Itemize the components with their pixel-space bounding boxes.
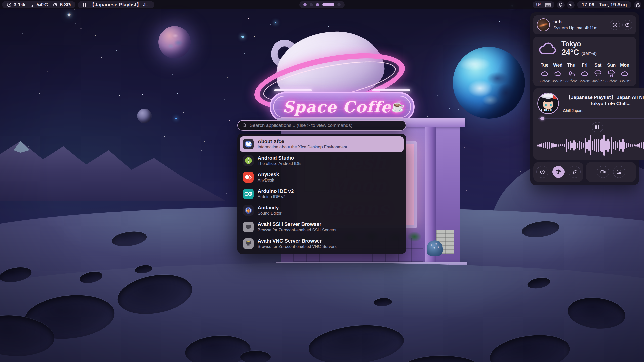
now-playing-pill[interactable]: 【Japanese Playlist】 J...: [78, 1, 154, 8]
app-row-avahi-ssh[interactable]: Avahi SSH Server Browser Browse for Zero…: [240, 219, 404, 235]
settings-button[interactable]: [610, 20, 620, 30]
temp-stat: 54°C: [30, 2, 48, 8]
app-description: Information about the Xfce Desktop Envir…: [258, 145, 347, 149]
capture-dock: [586, 162, 636, 182]
cpu-stat: 3.1%: [7, 2, 25, 8]
weather-timezone: (GMT+9): [581, 51, 596, 56]
memory-stat: 6.8G: [53, 2, 71, 8]
power-button[interactable]: [622, 20, 632, 30]
keyboard-layout-icon: Uᶜ: [536, 2, 541, 7]
balanced-mode-button[interactable]: [552, 166, 565, 178]
app-description: Browse for Zeroconf-enabled VNC Servers: [258, 244, 337, 249]
app-row-arduino[interactable]: Arduino IDE v2 Arduino IDE v2: [240, 186, 404, 202]
track-title: 【Japanese Playlist】 Japan All Night - To…: [563, 94, 644, 107]
workspace-indicator[interactable]: [299, 1, 345, 8]
neon-sign: Space Coffee ☕: [270, 92, 415, 122]
app-name: About Xfce: [258, 139, 347, 144]
search-input[interactable]: [250, 123, 401, 128]
forecast-day: Mon: [618, 63, 631, 68]
app-description: Browse for Zeroconf-enabled SSH Servers: [258, 228, 336, 232]
top-bar: 3.1% 54°C 6.8G 【Japanese Playlist】 J...: [0, 0, 644, 9]
avahi-icon: [243, 238, 254, 249]
wallpaper-icon[interactable]: [545, 3, 551, 7]
forecast-temps: 36°/26°: [591, 79, 605, 83]
video-camera-icon: [600, 169, 606, 175]
gear-icon: [612, 22, 618, 28]
thermometer-icon: [30, 2, 35, 7]
app-row-avahi-vnc[interactable]: Avahi VNC Server Browser Browse for Zero…: [240, 236, 404, 251]
volume-button[interactable]: [567, 1, 575, 9]
workspace-dot[interactable]: [310, 3, 313, 6]
workspace-dot[interactable]: [303, 3, 307, 6]
tray-pill[interactable]: Uᶜ: [533, 1, 554, 8]
app-description: Arduino IDE v2: [258, 195, 294, 199]
app-row-anydesk[interactable]: AnyDesk AnyDesk: [240, 169, 404, 185]
app-list: About Xfce Information about the Xfce De…: [237, 134, 406, 254]
play-pause-button[interactable]: [592, 122, 603, 132]
album-art[interactable]: TOKYO L: [537, 93, 559, 114]
media-progress-bar[interactable]: [537, 117, 644, 120]
workspace-dot[interactable]: [322, 3, 334, 6]
launcher-search[interactable]: [237, 120, 406, 131]
app-row-about-xfce[interactable]: About Xfce Information about the Xfce De…: [240, 136, 404, 152]
workspace-dot[interactable]: [337, 3, 341, 6]
screenshot-button[interactable]: [613, 166, 625, 178]
chip-icon: [53, 2, 58, 7]
cloud-icon: [581, 71, 588, 76]
cloud-icon: [621, 71, 628, 76]
marquee-light: [372, 89, 410, 91]
screen-record-button[interactable]: [597, 166, 609, 178]
dashboard-button[interactable]: [634, 1, 641, 9]
app-name: Android Studio: [258, 155, 301, 161]
app-description: The official Android IDE: [258, 161, 301, 166]
quick-settings-dock: [533, 162, 583, 182]
desktop: ✦✦✦✦ Space Coffee ☕: [0, 0, 644, 362]
flower-bush: [427, 240, 443, 263]
forecast-day: Tue: [538, 63, 551, 68]
memory-value: 6.8G: [60, 2, 71, 8]
app-launcher: About Xfce Information about the Xfce De…: [237, 120, 406, 254]
bell-icon: [558, 3, 563, 7]
workspace-dot[interactable]: [316, 3, 319, 6]
clock[interactable]: 17:09 - Tue, 19 Aug: [577, 1, 631, 8]
media-player-card: TOKYO L 【Japanese Playlist】 Japan All Ni…: [533, 88, 644, 160]
audio-visualizer: [537, 134, 644, 157]
image-icon: [616, 169, 622, 175]
control-panel: seb System Uptime: 4h11m Tokyo 24°C: [530, 12, 639, 185]
app-name: Audacity: [258, 205, 281, 210]
cloud-icon: [554, 71, 562, 76]
app-description: AnyDesk: [258, 178, 279, 182]
avatar[interactable]: [537, 18, 550, 31]
power-icon: [625, 22, 630, 28]
forecast-temps: 33°/26°: [618, 79, 631, 83]
audacity-icon: [243, 205, 254, 216]
username: seb: [553, 19, 597, 25]
track-artist: Chill Japan.: [563, 108, 644, 113]
sun-cloud-icon: [567, 70, 575, 77]
forecast-temps: 35°/25°: [551, 79, 565, 83]
forecast-day: Wed: [551, 63, 565, 68]
forecast-temps: 35°/26°: [578, 79, 591, 83]
moon-surface-front: [0, 263, 644, 362]
anydesk-icon: [243, 172, 254, 183]
app-row-android-studio[interactable]: Android Studio The official Android IDE: [240, 153, 404, 168]
gauge-icon: [7, 2, 12, 7]
temp-value: 54°C: [37, 2, 48, 8]
system-stats-pill[interactable]: 3.1% 54°C 6.8G: [2, 1, 75, 8]
forecast-temps: 33°/26°: [605, 79, 618, 83]
pause-icon: [83, 3, 87, 7]
weather-temp: 24°C: [561, 48, 579, 57]
app-row-audacity[interactable]: Audacity Sound Editor: [240, 203, 404, 218]
album-caption: TOKYO L: [538, 108, 558, 112]
search-icon: [242, 123, 247, 128]
arduino-icon: [243, 189, 254, 199]
forecast-day: Fri: [578, 63, 591, 68]
forecast-day: Sat: [591, 63, 605, 68]
eco-mode-button[interactable]: [569, 166, 581, 178]
android-studio-icon: [243, 155, 254, 166]
app-name: Avahi VNC Server Browser: [258, 238, 337, 244]
media-progress-knob[interactable]: [540, 117, 544, 120]
notifications-button[interactable]: [557, 1, 565, 9]
performance-mode-button[interactable]: [536, 166, 548, 178]
marquee-light: [274, 89, 312, 91]
